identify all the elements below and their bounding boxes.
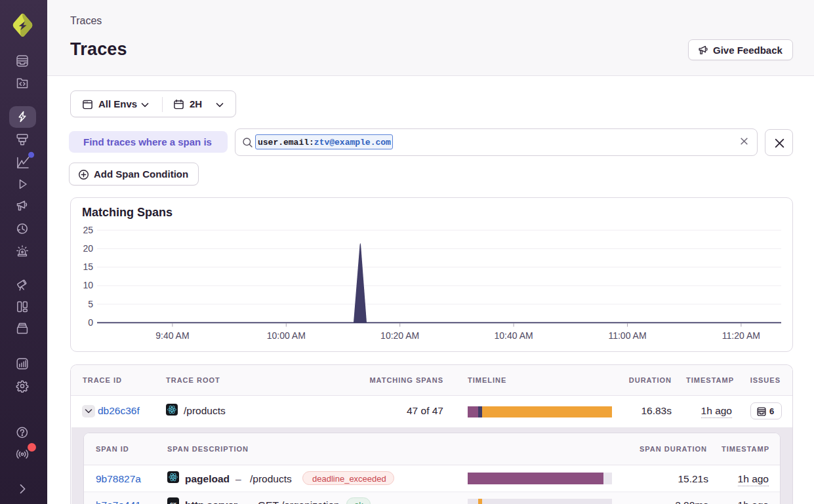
svg-text:0: 0 <box>88 317 93 328</box>
svg-text:15: 15 <box>83 262 93 272</box>
svg-text:10: 10 <box>83 280 93 290</box>
svg-text:5: 5 <box>88 299 93 309</box>
svg-text:25: 25 <box>83 225 93 235</box>
svg-text:11:00 AM: 11:00 AM <box>608 330 646 341</box>
svg-text:10:00 AM: 10:00 AM <box>267 330 306 341</box>
svg-text:11:20 AM: 11:20 AM <box>722 330 760 341</box>
svg-text:20: 20 <box>83 243 93 254</box>
svg-text:9:40 AM: 9:40 AM <box>155 330 189 341</box>
svg-text:10:20 AM: 10:20 AM <box>380 330 419 341</box>
svg-text:10:40 AM: 10:40 AM <box>495 330 533 341</box>
svg-text:cx: cx <box>170 501 176 504</box>
